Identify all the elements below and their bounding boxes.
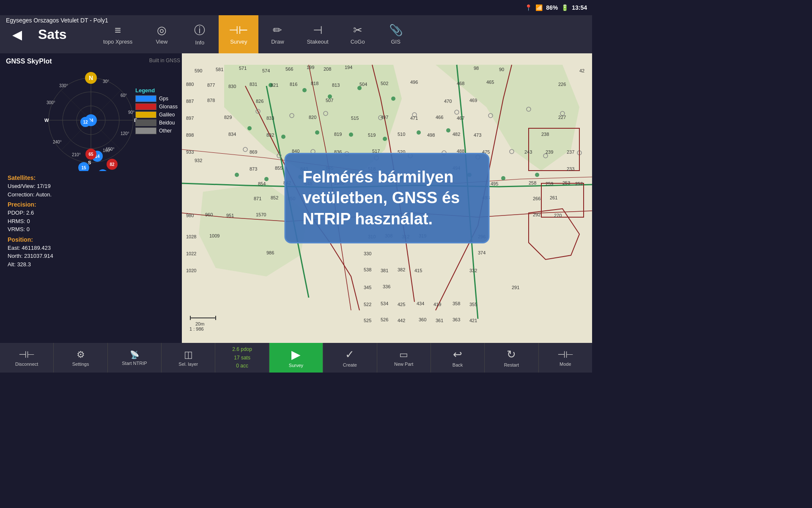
svg-text:502: 502 [381, 81, 388, 86]
svg-text:504: 504 [359, 82, 367, 87]
svg-text:252: 252 [575, 181, 583, 186]
nav-label-gis: GIS [391, 39, 401, 45]
nav-label-draw: Draw [271, 39, 284, 45]
svg-text:358: 358 [453, 301, 460, 306]
nav-item-stakeout[interactable]: ⊣Stakeout [296, 15, 338, 53]
disconnect-button[interactable]: ⊣⊢ Disconnect [0, 343, 54, 373]
nav-icon-topo-xpress: ≡ [115, 24, 121, 37]
legend-galileo-label: Galileo [159, 112, 175, 118]
svg-text:566: 566 [285, 66, 293, 72]
nav-label-view: View [156, 39, 167, 45]
svg-point-74 [315, 130, 319, 135]
new-part-label: New Part [394, 362, 413, 367]
svg-text:986: 986 [266, 250, 274, 255]
svg-text:571: 571 [239, 66, 247, 71]
svg-text:852: 852 [271, 195, 278, 200]
svg-text:N: N [89, 75, 93, 81]
create-button[interactable]: ✓ Create [323, 343, 377, 373]
svg-text:525: 525 [364, 318, 371, 323]
legend-title: Legend [135, 87, 178, 94]
legend-other: Other [135, 127, 178, 134]
svg-text:90°: 90° [128, 110, 134, 115]
svg-text:1028: 1028 [186, 234, 196, 239]
nav-item-info[interactable]: ⓘInfo [181, 15, 219, 53]
svg-text:240°: 240° [53, 140, 62, 144]
svg-text:854: 854 [258, 181, 266, 186]
sel-layer-icon: ◫ [184, 349, 193, 360]
svg-text:574: 574 [262, 68, 270, 73]
nav-item-cogo[interactable]: ✂CoGo [339, 15, 377, 53]
restart-button[interactable]: ↻ Restart [485, 343, 538, 373]
svg-point-80 [264, 177, 269, 181]
settings-button[interactable]: ⚙ Settings [54, 343, 107, 373]
overlay-text: Felmérés bármilyen vetületben, GNSS és N… [303, 167, 472, 229]
svg-text:590: 590 [195, 68, 202, 73]
svg-text:467: 467 [457, 116, 464, 121]
svg-text:361: 361 [436, 318, 443, 323]
svg-text:820: 820 [309, 115, 316, 120]
info-panel: Satellites: Used/View: 17/19 Correction:… [8, 174, 176, 268]
svg-text:1022: 1022 [186, 251, 196, 256]
wifi-icon: 📶 [535, 4, 543, 11]
map-area: 590 581 571 574 566 199 208 194 98 90 42… [182, 53, 592, 343]
svg-text:238: 238 [541, 132, 549, 137]
mode-button[interactable]: ⊣⊢ Mode [539, 343, 592, 373]
back-bottom-button[interactable]: ↩ Back [431, 343, 485, 373]
svg-text:259: 259 [546, 181, 553, 186]
svg-text:227: 227 [558, 115, 566, 120]
svg-text:S: S [88, 160, 91, 165]
svg-text:581: 581 [216, 67, 223, 72]
svg-text:933: 933 [186, 149, 194, 155]
svg-text:330: 330 [364, 251, 371, 256]
svg-point-76 [383, 137, 387, 141]
legend-galileo: Galileo [135, 111, 178, 118]
left-panel: GNSS SkyPlot Built in GNSS N E S W 3 [0, 53, 182, 343]
svg-text:42: 42 [579, 68, 584, 73]
svg-point-87 [501, 176, 505, 180]
svg-text:470: 470 [444, 99, 452, 104]
charge-icon: 🔋 [561, 4, 568, 11]
svg-point-72 [247, 126, 252, 130]
create-icon: ✓ [345, 348, 354, 361]
svg-text:510: 510 [398, 132, 405, 137]
svg-point-75 [349, 133, 353, 137]
new-part-icon: ▭ [399, 349, 408, 360]
svg-text:1570: 1570 [256, 212, 266, 217]
svg-text:425: 425 [398, 302, 405, 307]
battery-text: 86% [546, 4, 558, 11]
svg-text:951: 951 [226, 213, 234, 218]
svg-point-77 [417, 130, 421, 135]
svg-text:826: 826 [256, 99, 263, 104]
survey-play-icon: ▶ [291, 348, 301, 362]
svg-text:442: 442 [398, 318, 405, 323]
disconnect-label: Disconnect [15, 362, 38, 367]
svg-text:816: 816 [290, 82, 297, 87]
svg-text:233: 233 [567, 166, 574, 171]
sky-plot: N E S W 30° 60° 90° 120° 150° 210° 240° … [40, 69, 142, 171]
nav-item-gis[interactable]: 📎GIS [377, 15, 415, 53]
svg-text:471: 471 [410, 116, 418, 121]
pdop-status: 2.6 pdop [232, 346, 252, 353]
svg-text:466: 466 [436, 115, 443, 120]
svg-text:1009: 1009 [209, 233, 219, 238]
svg-text:160°: 160° [103, 148, 112, 153]
back-icon: ↩ [453, 348, 462, 361]
pdop-row: PDOP: 2.6 [8, 209, 176, 217]
ntrip-icon: 📡 [130, 350, 139, 359]
svg-text:534: 534 [381, 301, 388, 306]
legend-beidou-color [135, 119, 156, 126]
survey-button[interactable]: ▶ Survey [269, 343, 323, 373]
project-subtitle: Egyseges Orszagos Vetulet DT - Poly1 [0, 15, 182, 25]
sel-layer-button[interactable]: ◫ Sel. layer [162, 343, 215, 373]
start-ntrip-button[interactable]: 📡 Start NTRIP [108, 343, 162, 373]
nav-item-survey[interactable]: ⊣⊢Survey [219, 15, 258, 53]
svg-text:120°: 120° [121, 131, 129, 136]
svg-text:833: 833 [266, 116, 274, 121]
nav-label-stakeout: Stakeout [307, 39, 328, 45]
svg-text:98: 98 [474, 66, 479, 71]
new-part-button[interactable]: ▭ New Part [377, 343, 431, 373]
nav-item-draw[interactable]: ✏Draw [258, 15, 296, 53]
acc-status: 0 acc [236, 362, 248, 370]
svg-text:15: 15 [81, 166, 86, 170]
svg-text:258: 258 [529, 180, 536, 185]
